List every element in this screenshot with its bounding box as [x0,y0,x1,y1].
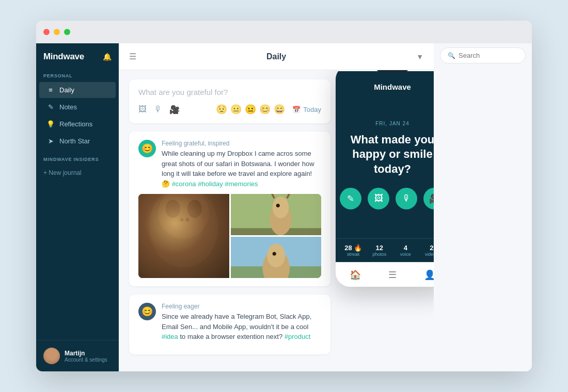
feed-image-deer1 [231,194,322,235]
feed-item: 😊 Feeling grateful, inspired While clean… [129,132,330,286]
hamburger-icon[interactable]: ☰ [129,52,136,61]
daily-label: Daily [59,86,74,94]
main-title: Daily [266,52,286,61]
photo-icon[interactable]: 🖼 [138,105,147,114]
maximize-dot[interactable] [64,29,70,35]
app-body: Mindwave 🔔 PERSONAL ≡ Daily ✎ Notes 💡 Re… [36,43,532,371]
feed-hashtags[interactable]: #corona #holiday #memories [172,180,258,188]
minimize-dot[interactable] [54,29,60,35]
search-icon: 🔍 [448,52,455,59]
photos-value: 12 [368,244,391,252]
mobile-mic-button[interactable]: 🎙 [396,188,417,209]
svg-point-8 [180,218,184,221]
mobile-photo-button[interactable]: 🖼 [368,188,389,209]
svg-point-20 [267,244,285,268]
streak-value: 28 🔥 [342,244,365,252]
browser-window: Mindwave 🔔 PERSONAL ≡ Daily ✎ Notes 💡 Re… [36,21,532,371]
voice-value: 4 [394,244,417,252]
photos-label: photos [368,252,391,257]
feed-hashtag-idea[interactable]: #idea [162,333,178,340]
mood-neutral[interactable]: 😐 [245,104,256,115]
reflections-label: Reflections [59,120,92,128]
sidebar-header: Mindwave 🔔 [36,43,119,68]
notes-icon: ✎ [46,103,55,111]
mobile-stat-streak: 28 🔥 streak [342,244,365,257]
sidebar-item-daily[interactable]: ≡ Daily [39,82,116,98]
bell-icon[interactable]: 🔔 [103,53,112,61]
svg-point-21 [272,252,276,255]
mic-icon[interactable]: 🎙 [154,105,162,114]
mobile-question: What made you happy or smile today? [346,133,434,177]
new-journal-button[interactable]: + New journal [36,165,119,181]
feed-item-2: 😊 Feeling eager Since we already have a … [129,295,330,354]
mood-terrible[interactable]: 😟 [216,104,227,115]
feed-meta-2: Feeling eager Since we already have a Te… [162,303,321,342]
user-name: Martijn [65,350,112,357]
mood-bad[interactable]: 😐 [230,104,242,115]
feed-hashtag-product[interactable]: #product [285,333,311,340]
compose-placeholder[interactable]: What are you grateful for? [138,88,321,96]
mobile-screen: Mindwave FRI, JAN 24 What made you happy… [336,71,434,262]
feed-mood: Feeling grateful, inspired [162,140,321,147]
feed-item-header: 😊 Feeling grateful, inspired While clean… [138,140,321,189]
svg-point-2 [159,194,209,239]
insiders-section-label: MINDWAVE INSIDERS [36,150,119,165]
mobile-stat-voice: 4 voice [394,244,417,257]
sidebar-item-reflections[interactable]: 💡 Reflections [39,116,116,132]
svg-point-4 [187,200,202,218]
feed-avatar: 😊 [138,140,156,157]
svg-point-5 [169,204,177,211]
svg-point-3 [166,200,180,218]
close-dot[interactable] [43,29,50,35]
streak-label: streak [342,252,365,257]
voice-label: voice [394,252,417,257]
sidebar: Mindwave 🔔 PERSONAL ≡ Daily ✎ Notes 💡 Re… [36,43,119,371]
svg-rect-0 [138,194,229,278]
app-logo: Mindwave [43,52,84,62]
mobile-nav-list[interactable]: ☰ [388,269,397,281]
mobile-stats: 28 🔥 streak 12 photos 4 voice [336,238,434,262]
feed-images [138,194,321,278]
user-info: Martijn Account & settings [65,350,112,363]
compose-box: What are you grateful for? 🖼 🎙 🎥 😟 😐 😐 😊 [129,79,330,123]
sidebar-item-notes[interactable]: ✎ Notes [39,99,116,115]
account-settings-link[interactable]: Account & settings [65,357,112,363]
svg-point-16 [276,204,279,207]
calendar-icon: 📅 [292,106,301,113]
mobile-nav-home[interactable]: 🏠 [350,269,361,281]
video-icon[interactable]: 🎥 [169,105,180,115]
mobile-logo: Mindwave [374,83,411,91]
feed-item-2-header: 😊 Feeling eager Since we already have a … [138,303,321,342]
mood-good[interactable]: 😊 [259,104,271,115]
mobile-video-button[interactable]: 🎥 [423,188,434,209]
svg-point-7 [178,219,189,226]
main-column: ☰ Daily ▼ What are you grateful for? 🖼 🎙… [119,43,434,371]
filter-icon[interactable]: ▼ [416,53,423,61]
feed-text: While cleaning up my Dropbox I came acro… [162,149,321,189]
svg-point-13 [272,197,289,218]
mobile-date: FRI, JAN 24 [375,121,409,126]
feed-avatar-2: 😊 [138,303,156,320]
personal-section-label: PERSONAL [36,68,119,81]
svg-point-9 [185,218,189,221]
mood-great[interactable]: 😄 [274,104,285,115]
search-input[interactable] [459,52,518,59]
notes-label: Notes [59,103,77,111]
videos-value: 2 [420,244,434,252]
main-header: ☰ Daily ▼ [119,43,434,70]
feed-image-deer2 [231,237,322,278]
sidebar-item-north-star[interactable]: ➤ North Star [39,133,116,149]
avatar [43,348,60,364]
daily-icon: ≡ [46,86,55,94]
mobile-action-buttons: ✎ 🖼 🎙 🎥 [340,188,434,209]
svg-point-6 [191,204,198,211]
feed-text-2: Since we already have a Telegram Bot, Sl… [162,312,321,342]
date-tag[interactable]: 📅 Today [292,106,321,113]
feed-meta: Feeling grateful, inspired While cleanin… [162,140,321,189]
mobile-nav-profile[interactable]: 👤 [424,269,434,281]
feed-image-leopard [138,194,229,278]
content-area: What are you grateful for? 🖼 🎙 🎥 😟 😐 😐 😊 [119,70,434,371]
mobile-write-button[interactable]: ✎ [340,188,361,209]
mobile-stat-videos: 2 videos [420,244,434,257]
mood-selector: 😟 😐 😐 😊 😄 [216,104,285,115]
